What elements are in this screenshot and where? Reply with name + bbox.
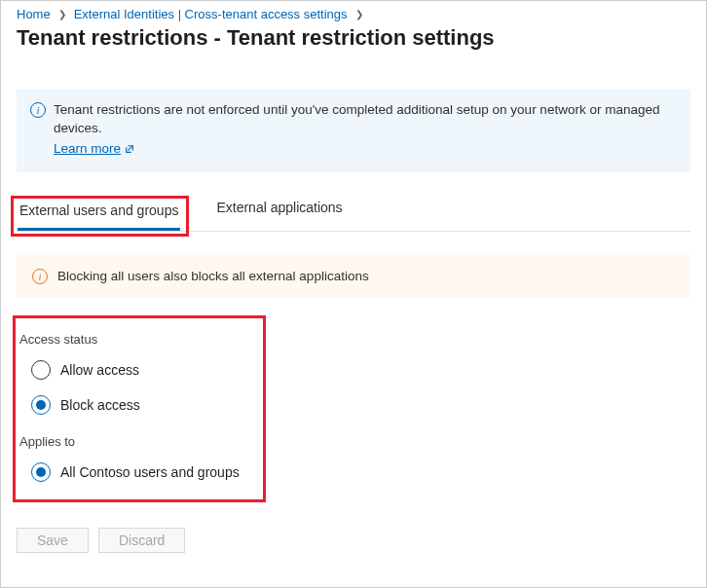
save-button[interactable]: Save	[17, 528, 89, 553]
radio-applies-all-label: All Contoso users and groups	[60, 464, 240, 480]
breadcrumb-home[interactable]: Home	[17, 7, 51, 21]
learn-more-label: Learn more	[54, 140, 121, 159]
breadcrumb: Home ❯ External Identities | Cross-tenan…	[17, 7, 690, 21]
radio-allow-label: Allow access	[60, 362, 139, 378]
discard-button[interactable]: Discard	[98, 528, 185, 553]
radio-block-access[interactable]: Block access	[31, 395, 251, 415]
external-link-icon	[125, 144, 134, 154]
info-banner: i Tenant restrictions are not enforced u…	[17, 90, 690, 172]
radio-block-label: Block access	[60, 397, 140, 413]
button-row: Save Discard	[17, 528, 690, 553]
radio-icon	[31, 360, 51, 380]
tab-external-users-groups[interactable]: External users and groups	[18, 199, 180, 231]
breadcrumb-external-identities[interactable]: External Identities | Cross-tenant acces…	[74, 7, 348, 21]
warning-banner: i Blocking all users also blocks all ext…	[17, 255, 690, 298]
chevron-right-icon: ❯	[355, 9, 363, 19]
applies-to-label: Applies to	[19, 434, 251, 449]
radio-checked-icon	[31, 462, 51, 482]
warning-banner-text: Blocking all users also blocks all exter…	[57, 269, 369, 283]
info-banner-text: Tenant restrictions are not enforced unt…	[54, 102, 659, 135]
page-title: Tenant restrictions - Tenant restriction…	[17, 25, 690, 51]
info-icon: i	[30, 102, 46, 118]
access-status-label: Access status	[19, 332, 251, 347]
tab-external-applications[interactable]: External applications	[214, 196, 344, 231]
warning-icon: i	[32, 269, 48, 284]
radio-checked-icon	[31, 395, 51, 415]
tab-list: External users and groups External appli…	[17, 196, 690, 232]
learn-more-link[interactable]: Learn more	[54, 140, 134, 159]
radio-allow-access[interactable]: Allow access	[31, 360, 251, 380]
radio-applies-all[interactable]: All Contoso users and groups	[31, 462, 251, 482]
chevron-right-icon: ❯	[58, 9, 66, 19]
